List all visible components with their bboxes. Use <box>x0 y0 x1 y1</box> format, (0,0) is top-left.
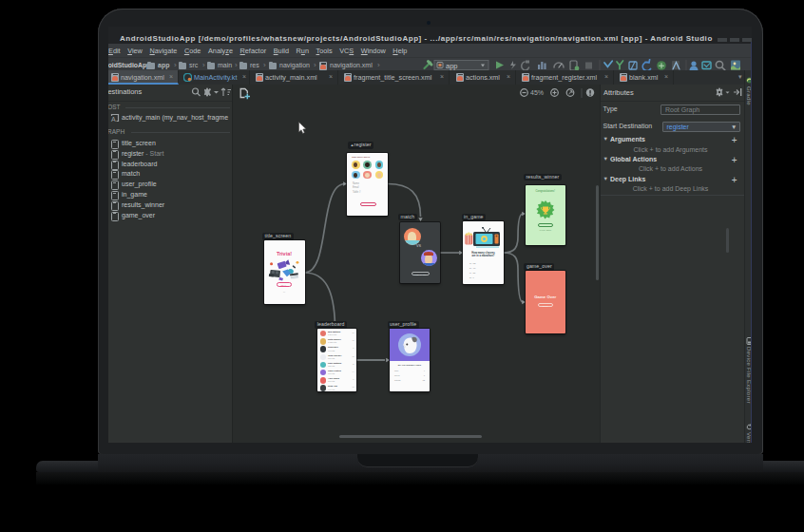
svg-text:app: app <box>446 62 458 70</box>
svg-text:A: A <box>111 116 116 123</box>
